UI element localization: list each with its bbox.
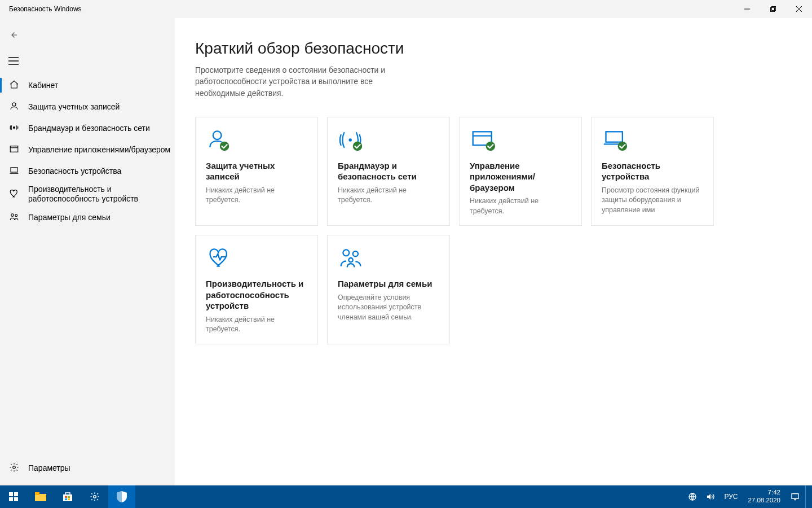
page-title: Краткий обзор безопасности	[195, 40, 792, 58]
sidebar-item-device[interactable]: Безопасность устройства	[0, 160, 175, 182]
network-icon	[9, 122, 19, 134]
tray-time: 7:42	[748, 489, 780, 497]
svg-point-30	[348, 258, 352, 262]
home-icon	[9, 80, 19, 91]
card-title: Защита учетных записей	[206, 160, 307, 182]
svg-rect-2	[772, 7, 776, 11]
sidebar-item-home[interactable]: Кабинет	[0, 75, 175, 96]
card-title: Брандмауэр и безопасность сети	[338, 160, 439, 182]
svg-rect-39	[68, 496, 70, 498]
maximize-button[interactable]	[760, 0, 786, 18]
page-subtitle: Просмотрите сведения о состоянии безопас…	[195, 64, 409, 99]
tray-network-icon[interactable]	[685, 485, 700, 508]
svg-rect-11	[10, 146, 18, 152]
card-firewall[interactable]: Брандмауэр и безопасность сети Никаких д…	[327, 117, 450, 226]
sidebar-item-label: Параметры для семьи	[28, 213, 111, 222]
sidebar-item-performance[interactable]: Производительность и работоспособность у…	[0, 182, 175, 207]
back-button[interactable]	[0, 24, 27, 46]
taskbar-file-explorer[interactable]	[27, 485, 54, 508]
hamburger-button[interactable]	[0, 50, 27, 72]
svg-rect-13	[11, 167, 17, 172]
svg-point-10	[14, 126, 15, 128]
taskbar: РУС 7:42 27.08.2020	[0, 485, 812, 508]
window-controls	[734, 0, 812, 18]
sidebar-item-label: Параметры	[28, 463, 70, 473]
gear-icon	[9, 462, 19, 474]
card-performance[interactable]: Производительность и работоспособность у…	[195, 235, 318, 344]
titlebar: Безопасность Windows	[0, 0, 812, 18]
card-desc: Никаких действий не требуется.	[206, 186, 307, 205]
start-button[interactable]	[0, 485, 27, 508]
sidebar-item-label: Управление приложениями/браузером	[28, 145, 170, 155]
sidebar-item-family[interactable]: Параметры для семьи	[0, 207, 175, 228]
window-check-icon	[470, 128, 571, 152]
family-icon	[9, 212, 19, 224]
sidebar-item-label: Безопасность устройства	[28, 167, 121, 176]
svg-rect-25	[606, 132, 623, 142]
card-title: Параметры для семьи	[338, 278, 439, 290]
sidebar-settings[interactable]: Параметры	[0, 457, 175, 479]
window-title: Безопасность Windows	[9, 0, 82, 18]
card-desc: Просмотр состояния функций защиты оборуд…	[602, 186, 703, 216]
sidebar-item-label: Производительность и работоспособность у…	[28, 185, 138, 204]
sidebar-item-label: Защита учетных записей	[28, 102, 120, 112]
taskbar-settings[interactable]	[81, 485, 108, 508]
card-desc: Никаких действий не требуется.	[338, 186, 439, 205]
taskbar-store[interactable]	[54, 485, 81, 508]
window-icon	[9, 144, 19, 156]
svg-point-15	[11, 213, 14, 216]
svg-rect-34	[14, 497, 18, 501]
svg-rect-1	[771, 8, 775, 12]
svg-marker-44	[707, 494, 710, 500]
tray-action-center-icon[interactable]	[787, 485, 803, 508]
card-title: Безопасность устройства	[602, 160, 703, 182]
card-family[interactable]: Параметры для семьи Определяйте условия …	[327, 235, 450, 344]
close-button[interactable]	[786, 0, 812, 18]
card-app-browser[interactable]: Управление приложениями/браузером Никаки…	[459, 117, 582, 226]
svg-rect-36	[35, 492, 39, 495]
tray-clock[interactable]: 7:42 27.08.2020	[743, 489, 785, 505]
svg-point-21	[353, 142, 363, 151]
minimize-button[interactable]	[734, 0, 760, 18]
card-desc: Никаких действий не требуется.	[470, 196, 571, 216]
heart-icon	[9, 189, 19, 200]
tray-date: 27.08.2020	[748, 497, 780, 505]
content: Краткий обзор безопасности Просмотрите с…	[175, 18, 812, 485]
svg-point-16	[15, 214, 17, 216]
cards-grid: Защита учетных записей Никаких действий …	[195, 117, 792, 344]
card-title: Управление приложениями/браузером	[470, 160, 571, 194]
sidebar-item-label: Брандмауэр и безопасность сети	[28, 124, 150, 133]
network-check-icon	[338, 128, 439, 152]
card-desc: Определяйте условия использования устрой…	[338, 293, 439, 323]
laptop-check-icon	[602, 128, 703, 152]
card-account-protection[interactable]: Защита учетных записей Никаких действий …	[195, 117, 318, 226]
taskbar-security[interactable]	[108, 485, 135, 508]
sidebar-item-label: Кабинет	[28, 81, 58, 90]
svg-point-19	[220, 142, 230, 151]
sidebar-item-account[interactable]: Защита учетных записей	[0, 96, 175, 117]
svg-point-29	[353, 251, 358, 256]
svg-rect-45	[792, 494, 798, 499]
card-device-security[interactable]: Безопасность устройства Просмотр состоян…	[591, 117, 714, 226]
svg-point-24	[486, 142, 496, 151]
svg-point-17	[13, 466, 16, 468]
svg-point-20	[348, 138, 352, 142]
svg-point-18	[213, 131, 222, 139]
tray-volume-icon[interactable]	[703, 485, 718, 508]
sidebar-item-app-browser[interactable]: Управление приложениями/браузером	[0, 139, 175, 160]
system-tray: РУС 7:42 27.08.2020	[685, 485, 812, 508]
svg-point-42	[94, 496, 96, 498]
heart-pulse-icon	[206, 246, 307, 270]
person-shield-icon	[206, 128, 307, 152]
svg-rect-41	[68, 498, 70, 500]
nav: Кабинет Защита учетных записей Брандмауэ…	[0, 75, 175, 228]
show-desktop-button[interactable]	[805, 485, 809, 508]
svg-rect-38	[65, 496, 67, 498]
sidebar-item-firewall[interactable]: Брандмауэр и безопасность сети	[0, 117, 175, 139]
svg-rect-33	[9, 497, 13, 501]
tray-language[interactable]: РУС	[721, 485, 741, 508]
svg-rect-31	[9, 492, 13, 496]
svg-rect-32	[14, 492, 18, 496]
svg-point-28	[343, 250, 349, 256]
person-icon	[9, 101, 19, 113]
